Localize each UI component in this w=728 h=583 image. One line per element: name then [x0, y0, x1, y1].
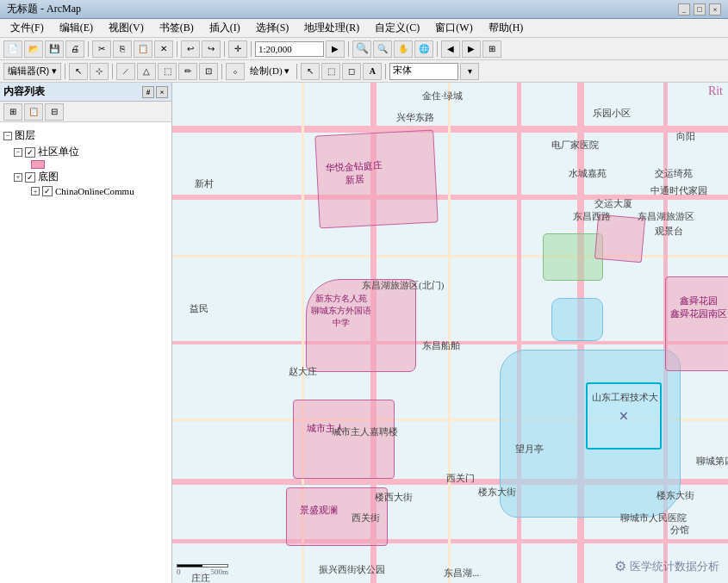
sep7	[65, 64, 65, 79]
minimize-btn[interactable]: _	[678, 3, 690, 16]
zoom-out-btn[interactable]: 🔍	[373, 40, 392, 58]
polygon-chengshi[interactable]: 城市主人	[293, 400, 395, 479]
navigate-btn[interactable]: ✛	[228, 40, 247, 58]
sublayer1-expand[interactable]: +	[31, 187, 40, 195]
menu-file[interactable]: 文件(F)	[3, 19, 51, 37]
map-area[interactable]: 华悦金钻庭庄 新居 鑫舜花园 鑫舜花园南区 新东方名人苑 聊城东方外国语 中学 …	[172, 83, 728, 583]
menu-bookmark[interactable]: 书签(B)	[152, 19, 201, 37]
draw-mode-btn[interactable]: ⬦	[226, 63, 245, 80]
draw-tool1[interactable]: ⬚	[321, 63, 340, 80]
road-v5	[448, 83, 451, 583]
edit-tool2[interactable]: △	[137, 63, 156, 80]
edit-node-btn[interactable]: ⊹	[90, 63, 109, 80]
sep4	[251, 41, 252, 57]
label-yimin: 益民	[190, 302, 208, 315]
sep8	[112, 64, 113, 79]
sidebar-content: − 图层 − ✓ 社区单位 +	[0, 122, 171, 583]
polygon-xindongfang[interactable]: 新东方名人苑 聊城东方外国语 中学	[306, 279, 416, 372]
sidebar-tool1[interactable]: ⊞	[3, 103, 22, 121]
forward-btn[interactable]: ▶	[462, 40, 481, 58]
edit-tool5[interactable]: ⊡	[199, 63, 218, 80]
full-extent-btn[interactable]: ⊞	[482, 40, 501, 58]
menu-edit[interactable]: 编辑(E)	[53, 19, 100, 37]
label-louzhi-xijie: 楼西大街	[375, 491, 413, 504]
edit-pointer-btn[interactable]: ↖	[69, 63, 88, 80]
layer1-expand[interactable]: −	[14, 148, 22, 157]
scale-apply-btn[interactable]: ▶	[326, 40, 345, 58]
menu-customize[interactable]: 自定义(C)	[368, 19, 426, 37]
paste-btn[interactable]: 📋	[134, 40, 152, 58]
layer1-name: 社区单位	[38, 145, 79, 159]
polygon-huayue[interactable]: 华悦金钻庭庄 新居	[314, 129, 438, 228]
undo-btn[interactable]: ↩	[181, 40, 200, 58]
maximize-btn[interactable]: □	[694, 3, 706, 16]
label-sdgc: 山东工程技术大	[592, 391, 658, 404]
zoom-in-btn[interactable]: 🔍	[352, 40, 371, 58]
sep10	[296, 64, 297, 79]
sublayer1-checkbox[interactable]: ✓	[42, 186, 53, 196]
draw-pointer-btn[interactable]: ↖	[301, 63, 320, 80]
layer2-name: 底图	[38, 170, 59, 184]
editor-dropdown[interactable]: 编辑器(R) ▾	[3, 63, 61, 80]
close-btn[interactable]: ×	[709, 3, 721, 16]
layer2-expand[interactable]: +	[14, 173, 22, 182]
sidebar-tool2[interactable]: 📋	[24, 103, 43, 121]
sep2	[177, 41, 177, 57]
title-text: 无标题 - ArcMap	[7, 2, 81, 16]
polygon-xindongfang-label: 新东方名人苑 聊城东方外国语 中学	[311, 293, 371, 329]
toolbar-1: 📄 📂 💾 🖨 ✂ ⎘ 📋 ✕ ↩ ↪ ✛ 1:20,000 ▶ 🔍 🔍 ✋ 🌐…	[0, 38, 728, 60]
layer2-checkbox[interactable]: ✓	[25, 172, 35, 183]
open-btn[interactable]: 📂	[24, 40, 43, 58]
layer1-checkbox[interactable]: ✓	[25, 147, 35, 158]
redo-btn[interactable]: ↪	[202, 40, 221, 58]
menu-insert[interactable]: 插入(I)	[202, 19, 247, 37]
label-jiaoyun-dasha: 交运大厦	[594, 197, 632, 210]
rit-label: Rit	[703, 83, 728, 100]
edit-tool4[interactable]: ✏	[178, 63, 197, 80]
save-btn[interactable]: 💾	[45, 40, 64, 58]
sublayer1-row: + ✓ ChinaOnlineCommu	[31, 185, 168, 197]
sep5	[348, 41, 349, 57]
layer2-header: + ✓ 底图	[14, 169, 168, 185]
print-btn[interactable]: 🖨	[65, 40, 84, 58]
watermark: ⚙ 医学统计数据分析	[614, 558, 719, 574]
back-btn[interactable]: ◀	[441, 40, 460, 58]
layers-expand-icon[interactable]: −	[3, 132, 12, 140]
layer2-children: + ✓ ChinaOnlineCommu	[14, 185, 168, 197]
pan-btn[interactable]: ✋	[394, 40, 413, 58]
label-chengshi-sub: 城市主人嘉聘楼	[332, 425, 398, 438]
edit-tool3[interactable]: ⬚	[158, 63, 177, 80]
menu-help[interactable]: 帮助(H)	[482, 19, 531, 37]
menu-window[interactable]: 窗口(W)	[428, 19, 479, 37]
layer1-fill-symbol	[31, 160, 45, 169]
copy-btn[interactable]: ⎘	[113, 40, 132, 58]
sep6	[437, 41, 438, 57]
label-dianchang: 电厂家医院	[551, 139, 599, 152]
scale-bar: 0500m	[177, 564, 228, 576]
sidebar-toolbar: ⊞ 📋 ⊟	[0, 102, 171, 122]
draw-text-btn[interactable]: A	[363, 63, 382, 80]
font-dropdown-btn[interactable]: ▾	[460, 63, 479, 80]
label-dongchanglu: 东昌西路	[573, 210, 611, 223]
scale-box[interactable]: 1:20,000	[255, 41, 324, 57]
label-xiguanjie: 西关街	[352, 512, 380, 524]
label-wangyueting: 望月亭	[515, 443, 544, 456]
cut-btn[interactable]: ✂	[92, 40, 111, 58]
menu-geoprocess[interactable]: 地理处理(R)	[297, 19, 366, 37]
polygon-xinshun[interactable]: 鑫舜花园 鑫舜花园南区	[665, 276, 728, 371]
sidebar-pin-btn[interactable]: #	[142, 86, 154, 98]
draw-label: 绘制(D) ▾	[246, 65, 293, 78]
menu-select[interactable]: 选择(S)	[249, 19, 296, 37]
sidebar-close-btn[interactable]: ×	[156, 86, 168, 98]
edit-tool1[interactable]: ⟋	[116, 63, 135, 80]
new-btn[interactable]: 📄	[3, 40, 22, 58]
title-bar: 无标题 - ArcMap _ □ ×	[0, 0, 728, 19]
sidebar-tool3[interactable]: ⊟	[45, 103, 64, 121]
layer2-group: + ✓ 底图 + ✓ ChinaOnlineCommu	[3, 169, 168, 197]
globe-btn[interactable]: 🌐	[414, 40, 433, 58]
sublayer1-name: ChinaOnlineCommu	[55, 186, 134, 196]
draw-tool2[interactable]: ◻	[342, 63, 361, 80]
delete-btn[interactable]: ✕	[154, 40, 173, 58]
font-selector[interactable]: 宋体	[389, 63, 458, 80]
menu-view[interactable]: 视图(V)	[102, 19, 151, 37]
